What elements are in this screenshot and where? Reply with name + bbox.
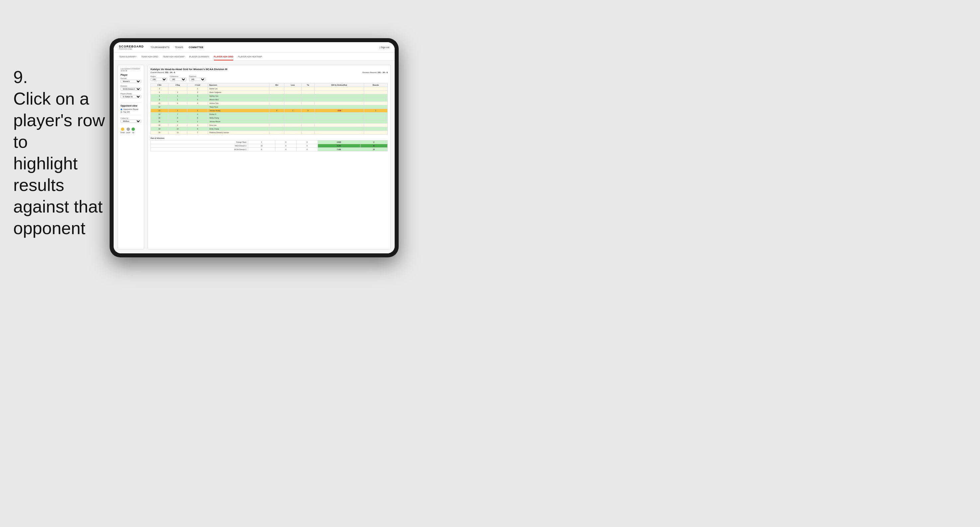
col-tie: Tie [301, 83, 314, 87]
conference-filter-group: Conference (All) [170, 75, 186, 81]
region-filter-group: Region (All) [151, 75, 167, 81]
legend-level-label: Level [126, 132, 130, 133]
table-row[interactable]: 1063Andrea York [151, 102, 388, 105]
col-rounds: Rounds [364, 83, 387, 87]
nav-tournaments[interactable]: TOURNAMENTS [151, 46, 169, 49]
opponent-filter-select[interactable]: (All) [189, 78, 206, 81]
table-row[interactable]: 1585Stella Cheng [151, 116, 388, 120]
region-filter-label: Region [151, 75, 167, 77]
sub-nav-team-summary[interactable]: TEAM SUMMARY [119, 53, 137, 60]
player-rank-label: Player (Rank) [121, 93, 141, 95]
left-panel: Last Updated: 27/03/2024 16:55:38 Player… [118, 65, 144, 249]
tablet-screen: SCOREBOARD Powered by clippi TOURNAMENTS… [114, 42, 395, 253]
gender-select[interactable]: Women's [121, 80, 141, 83]
h2h-table: # Div # Reg # Conf Opponent Win Loss Tie… [151, 83, 388, 135]
col-diff: Diff Av Strokes/Rnd [315, 83, 364, 87]
sub-nav: TEAM SUMMARY TEAM H2H GRID TEAM H2H HEAT… [114, 53, 395, 61]
col-div: # Div [151, 83, 169, 87]
main-content: Last Updated: 27/03/2024 16:55:38 Player… [114, 61, 395, 253]
table-row[interactable]: 1474Eunice Yi [151, 113, 388, 116]
sub-nav-player-h2h-heatmap[interactable]: PLAYER H2H HEATMAP [238, 53, 262, 60]
player-select[interactable]: 8. Katelyn Vo [121, 95, 141, 98]
opponent-filter-label: Opponent [189, 75, 206, 77]
radio-top100[interactable]: Top 100 [121, 111, 141, 113]
legend-up-dot [132, 127, 135, 131]
table-row[interactable]: 12Haejo Hyun [151, 105, 388, 109]
out-table-row[interactable]: Foreign Team1004.5002 [151, 140, 388, 144]
out-division-title: Out of division [151, 137, 388, 139]
col-conf: # Conf [187, 83, 208, 87]
opponent-view-title: Opponent view [121, 105, 141, 107]
sign-out[interactable]: | Sign out [380, 46, 389, 49]
col-loss: Loss [284, 83, 302, 87]
legend-up-label: Up [132, 132, 134, 133]
filters-row: Region (All) Conference (All) Opponent [151, 75, 388, 81]
sub-nav-team-h2h-grid[interactable]: TEAM H2H GRID [141, 53, 158, 60]
table-row[interactable]: 1822Euna Lee [151, 124, 388, 127]
table-row[interactable]: 613Sydney Kuo [151, 94, 388, 98]
colour-by-label: Colour by [121, 117, 141, 119]
table-row[interactable]: 914Sharon Mun [151, 98, 388, 102]
sub-nav-team-h2h-heatmap[interactable]: TEAM H2H HEATMAP [163, 53, 185, 60]
colour-by-select[interactable]: Win/loss [121, 119, 141, 123]
legend-down-label: Down [121, 132, 125, 133]
col-opponent: Opponent [208, 83, 269, 87]
annotation-detail: Click on aplayer's row tohighlight resul… [13, 88, 119, 239]
col-win: Win [269, 83, 284, 87]
table-row[interactable]: 19106Emily Chang [151, 127, 388, 131]
table-row[interactable]: 1311Jessica Huang010-3.002 [151, 109, 388, 113]
nav-bar: SCOREBOARD Powered by clippi TOURNAMENTS… [114, 42, 395, 53]
table-row[interactable]: 522Alexis Sudjianto [151, 90, 388, 94]
out-table-row[interactable]: NCAA Division 25007.40010 [151, 148, 388, 151]
out-table-row[interactable]: NAIA Division 115009.26730 [151, 144, 388, 148]
grid-title: Katelyn Vo Head-to-Head Grid for Women's… [151, 68, 388, 71]
nav-links: TOURNAMENTS TEAMS COMMITTEE [151, 46, 204, 49]
nav-left: SCOREBOARD Powered by clippi TOURNAMENTS… [119, 45, 204, 50]
record-row: Overall Record: 353 - 34 - 6 Division Re… [151, 71, 388, 73]
sub-nav-player-summary[interactable]: PLAYER SUMMARY [189, 53, 209, 60]
annotation-container: 9. Click on aplayer's row tohighlight re… [13, 67, 119, 239]
legend-row: Down Level Up [121, 127, 141, 133]
legend-level-dot [127, 127, 130, 131]
division-record: Division Record: 331 - 34 - 6 [363, 71, 388, 73]
radio-opponents-played[interactable]: Opponents Played [121, 108, 141, 110]
nav-committee[interactable]: COMMITTEE [189, 46, 204, 49]
conference-filter-select[interactable]: (All) [170, 78, 186, 81]
region-filter-select[interactable]: (All) [151, 78, 167, 81]
tablet-frame: SCOREBOARD Powered by clippi TOURNAMENTS… [110, 38, 399, 257]
logo: SCOREBOARD Powered by clippi [119, 45, 144, 50]
timestamp: Last Updated: 27/03/2024 16:55:38 [121, 68, 141, 72]
overall-record: Overall Record: 353 - 34 - 6 [151, 71, 175, 73]
table-row[interactable]: 1691Jessica Mason [151, 120, 388, 124]
annotation-text: 9. [13, 67, 119, 88]
out-division-table: Foreign Team1004.5002NAIA Division 11500… [151, 140, 388, 151]
conference-filter-label: Conference [170, 75, 186, 77]
gender-label: Gender [121, 77, 141, 79]
division-label: Division [121, 85, 141, 87]
opponent-view-radios: Opponents Played Top 100 [121, 108, 141, 113]
table-row[interactable]: 20117Federica Domecq Lacroze [151, 131, 388, 135]
table-row[interactable]: 31Esther Lee [151, 87, 388, 90]
sub-nav-player-h2h-grid[interactable]: PLAYER H2H GRID [214, 53, 234, 60]
legend-down-dot [121, 127, 124, 131]
logo-subtitle: Powered by clippi [119, 48, 144, 50]
division-select[interactable]: NCAA Division III [121, 87, 141, 90]
nav-teams[interactable]: TEAMS [175, 46, 183, 49]
player-section-title: Player [121, 74, 141, 76]
right-panel: Katelyn Vo Head-to-Head Grid for Women's… [148, 65, 391, 249]
col-reg: # Reg [168, 83, 187, 87]
opponent-filter-group: Opponent (All) [189, 75, 206, 81]
